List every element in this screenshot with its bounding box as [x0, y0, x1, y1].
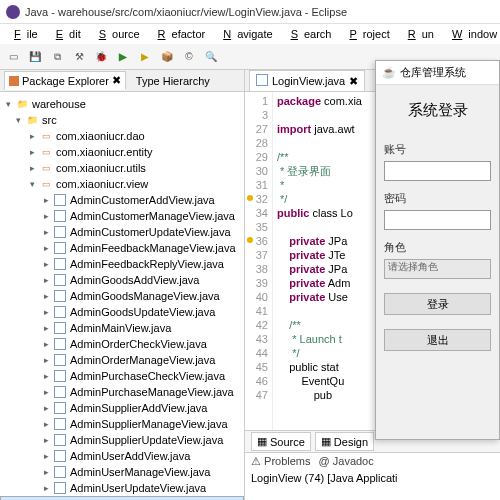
tree-file[interactable]: ▸AdminGoodsUpdateView.java [0, 304, 244, 320]
menu-edit[interactable]: Edit [44, 26, 87, 42]
tree-file[interactable]: ▸AdminUserManageView.java [0, 464, 244, 480]
tree-pkg-3[interactable]: ▾▭com.xiaoniucr.view [0, 176, 244, 192]
dialog-title: 仓库管理系统 [400, 65, 466, 80]
problems-tab[interactable]: ⚠ Problems [251, 455, 311, 468]
tree-file[interactable]: ▸AdminSupplierAddView.java [0, 400, 244, 416]
build-icon[interactable]: ⚒ [70, 48, 88, 66]
menu-source[interactable]: Source [87, 26, 146, 42]
login-button[interactable]: 登录 [384, 293, 491, 315]
open-type-icon[interactable]: 🔍 [202, 48, 220, 66]
coverage-icon[interactable]: ▶ [136, 48, 154, 66]
tree-file[interactable]: ▸AdminSupplierUpdateView.java [0, 432, 244, 448]
console-text: LoginView (74) [Java Applicati [251, 472, 494, 484]
save-all-icon[interactable]: ⧉ [48, 48, 66, 66]
tree-file[interactable]: ▸AdminCustomerUpdateView.java [0, 224, 244, 240]
java-file-icon [256, 74, 268, 88]
menu-search[interactable]: Search [279, 26, 338, 42]
tree-file[interactable]: ▸AdminUserAddView.java [0, 448, 244, 464]
menubar: FileEditSourceRefactorNavigateSearchProj… [0, 24, 500, 44]
menu-window[interactable]: Window [440, 26, 500, 42]
tree-pkg-1[interactable]: ▸▭com.xiaoniucr.entity [0, 144, 244, 160]
menu-file[interactable]: File [2, 26, 44, 42]
password-input[interactable] [384, 210, 491, 230]
tree-file[interactable]: ▸AdminSupplierManageView.java [0, 416, 244, 432]
tree-file[interactable]: ▸AdminOrderCheckView.java [0, 336, 244, 352]
username-label: 账号 [384, 142, 491, 157]
debug-icon[interactable]: 🐞 [92, 48, 110, 66]
problems-panel: ⚠ Problems @ Javadoc LoginView (74) [Jav… [245, 452, 500, 500]
tree-file[interactable]: ▸AdminPurchaseManageView.java [0, 384, 244, 400]
source-tab[interactable]: ▦ Source [251, 432, 311, 451]
menu-refactor[interactable]: Refactor [146, 26, 212, 42]
login-dialog: ☕仓库管理系统 系统登录 账号 密码 角色 请选择角色 登录 退出 [375, 60, 500, 440]
tree-file[interactable]: ▸AdminGoodsManageView.java [0, 288, 244, 304]
javadoc-tab[interactable]: @ Javadoc [319, 455, 374, 468]
editor-tab[interactable]: LoginView.java ✖ [249, 70, 365, 91]
tree-file[interactable]: ▸AdminUserUpdateView.java [0, 480, 244, 496]
role-label: 角色 [384, 240, 491, 255]
tree-file[interactable]: ▸AdminGoodsAddView.java [0, 272, 244, 288]
tree-project[interactable]: ▾📁warehouse [0, 96, 244, 112]
dialog-icon: ☕ [382, 66, 396, 79]
tree-file[interactable]: ▸AdminOrderManageView.java [0, 352, 244, 368]
new-class-icon[interactable]: © [180, 48, 198, 66]
exit-button[interactable]: 退出 [384, 329, 491, 351]
window-title: Java - warehouse/src/com/xiaoniucr/view/… [25, 6, 347, 18]
menu-project[interactable]: Project [338, 26, 396, 42]
tab-package-explorer[interactable]: Package Explorer ✖ [4, 71, 126, 90]
eclipse-icon [6, 5, 20, 19]
role-select[interactable]: 请选择角色 [384, 259, 491, 279]
tree-pkg-0[interactable]: ▸▭com.xiaoniucr.dao [0, 128, 244, 144]
tree-file[interactable]: ▸AdminCustomerAddView.java [0, 192, 244, 208]
tree-file[interactable]: ▸AdminMainView.java [0, 320, 244, 336]
window-titlebar: Java - warehouse/src/com/xiaoniucr/view/… [0, 0, 500, 24]
tree-pkg-2[interactable]: ▸▭com.xiaoniucr.utils [0, 160, 244, 176]
package-icon [9, 76, 19, 86]
menu-navigate[interactable]: Navigate [211, 26, 278, 42]
package-explorer-panel: Package Explorer ✖ Type Hierarchy ▾📁ware… [0, 70, 245, 500]
package-tree[interactable]: ▾📁warehouse▾📁src▸▭com.xiaoniucr.dao▸▭com… [0, 92, 244, 500]
tree-src[interactable]: ▾📁src [0, 112, 244, 128]
design-tab[interactable]: ▦ Design [315, 432, 374, 451]
save-icon[interactable]: 💾 [26, 48, 44, 66]
tree-file[interactable]: ▸LoginView.java [0, 496, 244, 500]
dialog-header: 系统登录 [384, 95, 491, 132]
password-label: 密码 [384, 191, 491, 206]
tree-file[interactable]: ▸AdminPurchaseCheckView.java [0, 368, 244, 384]
tree-file[interactable]: ▸AdminFeedbackManageView.java [0, 240, 244, 256]
tree-file[interactable]: ▸AdminCustomerManageView.java [0, 208, 244, 224]
new-package-icon[interactable]: 📦 [158, 48, 176, 66]
username-input[interactable] [384, 161, 491, 181]
tab-type-hierarchy[interactable]: Type Hierarchy [132, 73, 214, 89]
run-icon[interactable]: ▶ [114, 48, 132, 66]
new-icon[interactable]: ▭ [4, 48, 22, 66]
menu-run[interactable]: Run [396, 26, 440, 42]
tree-file[interactable]: ▸AdminFeedbackReplyView.java [0, 256, 244, 272]
